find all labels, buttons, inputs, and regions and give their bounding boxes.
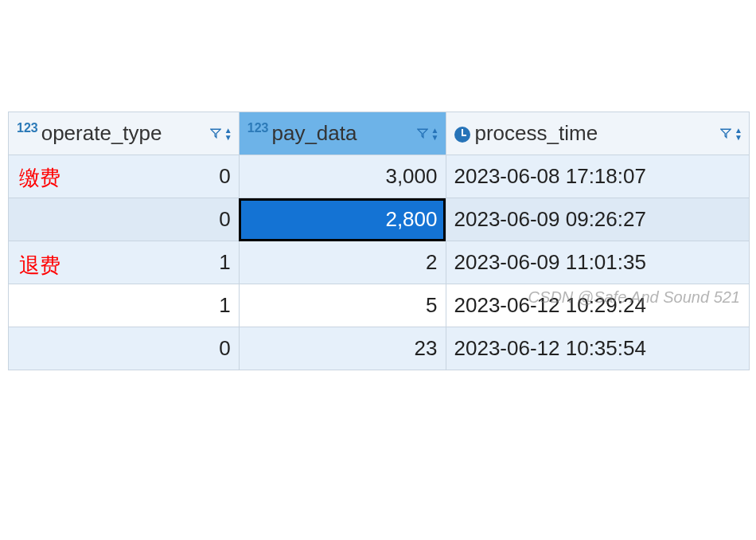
cell-operate-type[interactable]: 1 [9, 241, 240, 284]
filter-icon[interactable] [210, 128, 221, 139]
cell-pay-data[interactable]: 23 [239, 327, 446, 370]
cell-operate-type[interactable]: 0 [9, 198, 240, 241]
filter-sort-controls[interactable]: ▲▼ [417, 127, 439, 140]
column-header-pay-data[interactable]: 123pay_data ▲▼ [239, 112, 446, 155]
cell-pay-data-selected[interactable]: 2,800 [239, 198, 446, 241]
filter-sort-controls[interactable]: ▲▼ [720, 127, 742, 140]
column-label: operate_type [41, 121, 162, 145]
cell-operate-type[interactable]: 0 [9, 327, 240, 370]
table-row[interactable]: 1 2 2023-06-09 11:01:35 [9, 241, 750, 284]
cell-pay-data[interactable]: 3,000 [239, 155, 446, 198]
filter-icon[interactable] [720, 128, 731, 139]
filter-icon[interactable] [417, 128, 428, 139]
table-row[interactable]: 0 23 2023-06-12 10:35:54 [9, 327, 750, 370]
column-header-process-time[interactable]: process_time ▲▼ [446, 112, 750, 155]
cell-pay-data[interactable]: 5 [239, 284, 446, 327]
cell-process-time[interactable]: 2023-06-09 09:26:27 [446, 198, 750, 241]
sort-icon[interactable]: ▲▼ [735, 127, 742, 140]
sort-icon[interactable]: ▲▼ [431, 127, 439, 140]
filter-sort-controls[interactable]: ▲▼ [210, 127, 232, 140]
cell-pay-data[interactable]: 2 [239, 241, 446, 284]
table-row[interactable]: 0 2,800 2023-06-09 09:26:27 [9, 198, 750, 241]
number-type-icon: 123 [17, 121, 38, 135]
sort-icon[interactable]: ▲▼ [224, 127, 232, 140]
column-label: process_time [475, 121, 598, 145]
column-header-operate-type[interactable]: 123operate_type ▲▼ [9, 112, 240, 155]
cell-operate-type[interactable]: 0 [9, 155, 240, 198]
cell-process-time[interactable]: 2023-06-12 10:35:54 [446, 327, 750, 370]
clock-icon [454, 127, 470, 143]
cell-operate-type[interactable]: 1 [9, 284, 240, 327]
cell-process-time[interactable]: 2023-06-09 11:01:35 [446, 241, 750, 284]
number-type-icon: 123 [247, 121, 269, 135]
header-row: 123operate_type ▲▼ 123pay_data ▲▼ [9, 112, 750, 155]
watermark-text: CSDN @Safe And Sound 521 [528, 288, 740, 307]
cell-process-time[interactable]: 2023-06-08 17:18:07 [446, 155, 750, 198]
data-grid[interactable]: 123operate_type ▲▼ 123pay_data ▲▼ [8, 112, 750, 370]
table-row[interactable]: 0 3,000 2023-06-08 17:18:07 [9, 155, 750, 198]
column-label: pay_data [271, 121, 357, 145]
